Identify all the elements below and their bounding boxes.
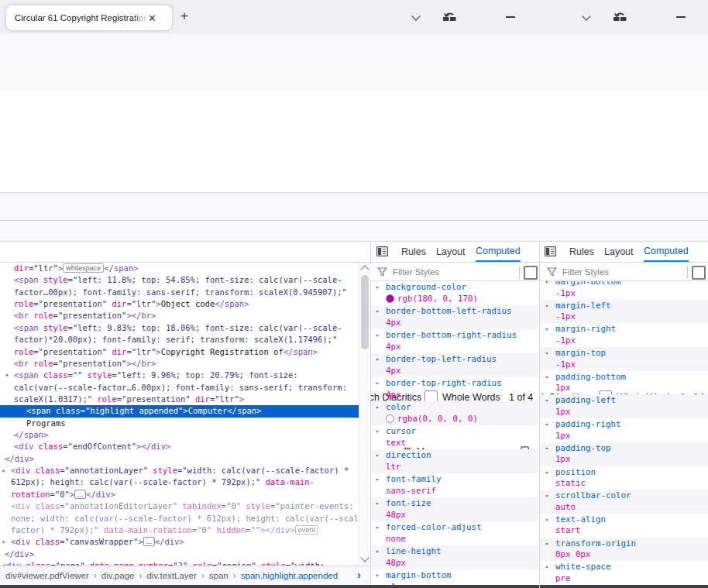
breadcrumb-item[interactable]: span.highlight.appended	[241, 571, 338, 580]
markup-line[interactable]: ▾<span class="" style="left: 9.96%; top:…	[0, 370, 359, 381]
browser-styles-checkbox-2[interactable]	[692, 266, 706, 280]
minimize-icon[interactable]	[506, 16, 515, 18]
list-tabs-chevron-icon-2[interactable]	[583, 13, 589, 19]
color-swatch[interactable]	[386, 414, 394, 423]
sidebar-tab-layout[interactable]: Layout	[436, 242, 466, 262]
markup-line[interactable]: <br role="presentation"></br>	[0, 358, 359, 370]
expand-arrow-icon[interactable]: ▸	[545, 349, 549, 356]
computed-property-row[interactable]: ▸directionltr	[370, 449, 538, 473]
panel-divider[interactable]	[370, 242, 371, 585]
markup-line[interactable]: ▸<div class="annotationLayer" style="wid…	[0, 465, 359, 476]
expand-arrow-icon[interactable]: ▸	[376, 476, 380, 483]
computed-property-row[interactable]: ▸positionstatic	[540, 466, 708, 490]
markup-line[interactable]: Programs	[0, 418, 359, 429]
sidebar-tab-layout[interactable]: Layout	[604, 242, 634, 262]
markup-line[interactable]: <span style="left: 9.83%; top: 18.06%; f…	[0, 322, 359, 334]
computed-property-row[interactable]: ▸scrollbar-colorauto	[540, 490, 708, 514]
breadcrumb-item[interactable]: span	[209, 571, 229, 580]
session-restore-icon[interactable]	[442, 10, 457, 22]
collapsed-children-badge[interactable]: …	[74, 490, 86, 499]
computed-property-row[interactable]: ▸line-height48px	[370, 545, 538, 569]
new-tab-button[interactable]: +	[180, 9, 188, 24]
expand-arrow-icon[interactable]: ▸	[545, 397, 549, 404]
markup-line[interactable]: dir="ltr">whitespace</span>	[0, 263, 359, 274]
expand-arrow-icon[interactable]: ▸	[545, 421, 549, 428]
sidebar-tab-rules[interactable]: Rules	[401, 242, 426, 262]
browser-tab[interactable]: Circular 61 Copyright Registration o ✕	[6, 5, 172, 30]
scroll-up-icon[interactable]	[362, 266, 368, 273]
expand-arrow-icon[interactable]: ▸	[376, 572, 380, 579]
expand-arrow-icon[interactable]: ▸	[545, 563, 549, 570]
computed-property-row[interactable]: ▸margin-top-1px	[540, 347, 708, 371]
computed-property-row[interactable]: ▸padding-bottom1px	[540, 371, 708, 395]
expand-arrow-icon[interactable]: ▸	[376, 356, 380, 363]
sidebar-layout-icon[interactable]	[376, 246, 388, 256]
markup-line[interactable]: <div class="annotationEditorLayer" tabin…	[0, 500, 359, 512]
expand-arrow-icon[interactable]: ▸	[545, 492, 549, 499]
expand-arrow-icon[interactable]: ▸	[376, 500, 380, 507]
expand-arrow-icon[interactable]: ▸	[376, 332, 380, 339]
markup-line[interactable]: ▸<div class="canvasWrapper">…</div>	[0, 536, 359, 548]
computed-property-row[interactable]: ▸border-top-right-radius4px	[370, 377, 538, 401]
expand-arrow-icon[interactable]: ▸	[376, 284, 380, 291]
markup-badge[interactable]: whitespace	[63, 263, 104, 273]
breadcrumb-item[interactable]: div#viewer.pdfViewer	[5, 571, 89, 580]
expand-arrow-icon[interactable]: ▸	[545, 516, 549, 523]
tab-close-icon[interactable]: ✕	[148, 13, 156, 23]
breadcrumb-scroll-icon[interactable]: ›	[357, 569, 361, 581]
markup-line[interactable]: factor) * 792px);" data-main-rotation="0…	[0, 524, 359, 536]
sidebar-tab-rules[interactable]: Rules	[569, 242, 594, 262]
computed-property-row[interactable]: ▸border-bottom-left-radius4px	[370, 305, 538, 329]
computed-property-row[interactable]: ▸border-bottom-right-radius4px	[370, 329, 538, 353]
computed-property-row[interactable]: ▸cursortext	[370, 425, 538, 449]
computed-property-row[interactable]: ▸margin-left-1px	[540, 300, 708, 324]
expand-arrow-icon[interactable]: ▸	[376, 380, 380, 387]
markup-line[interactable]: </div>	[0, 548, 359, 560]
sidebar-tab-computed[interactable]: Computed	[644, 242, 689, 262]
expand-arrow-icon[interactable]: ▸	[0, 536, 9, 548]
computed-property-row[interactable]: ▸margin-bottom-1px	[370, 569, 538, 585]
markup-line[interactable]: <div class="endOfContent"></div>	[0, 441, 359, 452]
expand-arrow-icon[interactable]: ▸	[545, 325, 549, 332]
browser-styles-checkbox[interactable]	[524, 266, 538, 280]
breadcrumb-item[interactable]: div.page	[101, 571, 135, 580]
computed-property-row[interactable]: ▸margin-right-1px	[540, 323, 708, 347]
scrollbar-thumb[interactable]	[361, 275, 369, 349]
expand-arrow-icon[interactable]: ▸	[545, 445, 549, 452]
markup-line[interactable]: factor…00px); font-family: sans-serif; t…	[0, 287, 359, 298]
markup-line-selected[interactable]: <span class="highlight appended">Compute…	[0, 405, 359, 417]
expand-arrow-icon[interactable]: ▸	[545, 469, 549, 476]
expand-arrow-icon[interactable]: ▸	[545, 302, 549, 309]
expand-arrow-icon[interactable]: ▸	[376, 452, 380, 459]
computed-property-row[interactable]: ▸font-familysans-serif	[370, 473, 538, 497]
breadcrumb-item[interactable]: div.textLayer	[146, 571, 196, 580]
sidebar-layout-icon-2[interactable]	[545, 246, 556, 256]
computed-property-row[interactable]: ▸padding-top1px	[540, 442, 708, 466]
expand-arrow-icon[interactable]: ▸	[545, 373, 549, 380]
expand-arrow-icon[interactable]: ▸	[376, 548, 380, 555]
sidebar-tab-computed[interactable]: Computed	[476, 242, 521, 262]
markup-line[interactable]: factor)*20.00px); font-family: serif; tr…	[0, 334, 359, 346]
computed-property-row[interactable]: ▸background-colorrgb(180, 0, 170)	[370, 281, 538, 305]
session-restore-icon-2[interactable]	[613, 10, 627, 22]
markup-line[interactable]: <br role="presentation"></br>	[0, 310, 359, 322]
expand-arrow-icon[interactable]: ▸	[376, 428, 380, 435]
computed-property-row[interactable]: ▸colorrgba(0, 0, 0, 0)	[370, 401, 538, 425]
scroll-down-icon[interactable]	[362, 555, 368, 561]
expand-arrow-icon[interactable]: ▸	[0, 465, 9, 476]
markup-line[interactable]: none; width: calc(var(--scale-factor) * …	[0, 513, 359, 524]
computed-property-row[interactable]: ▸font-size48px	[370, 497, 538, 521]
filter-styles-input-2[interactable]: Filter Styles	[562, 267, 609, 277]
expand-arrow-icon[interactable]: ▸	[376, 404, 380, 411]
markup-line[interactable]: <div class="page" data-page-number="2" r…	[0, 560, 359, 566]
markup-line[interactable]: scaleX(1.0317);" role="presentation" dir…	[0, 394, 359, 405]
list-tabs-chevron-icon[interactable]	[413, 13, 419, 19]
color-swatch[interactable]	[386, 294, 394, 303]
computed-property-row[interactable]: ▸text-alignstart	[540, 514, 708, 538]
computed-property-row[interactable]: ▸border-top-left-radius4px	[370, 353, 538, 377]
expand-arrow-icon[interactable]: ▸	[545, 540, 549, 547]
markup-line[interactable]: </div>	[0, 453, 359, 465]
collapsed-children-badge[interactable]: …	[143, 537, 155, 546]
computed-property-row[interactable]: ▸transform-origin0px 0px	[540, 538, 708, 562]
minimize-icon-2[interactable]	[676, 16, 686, 18]
